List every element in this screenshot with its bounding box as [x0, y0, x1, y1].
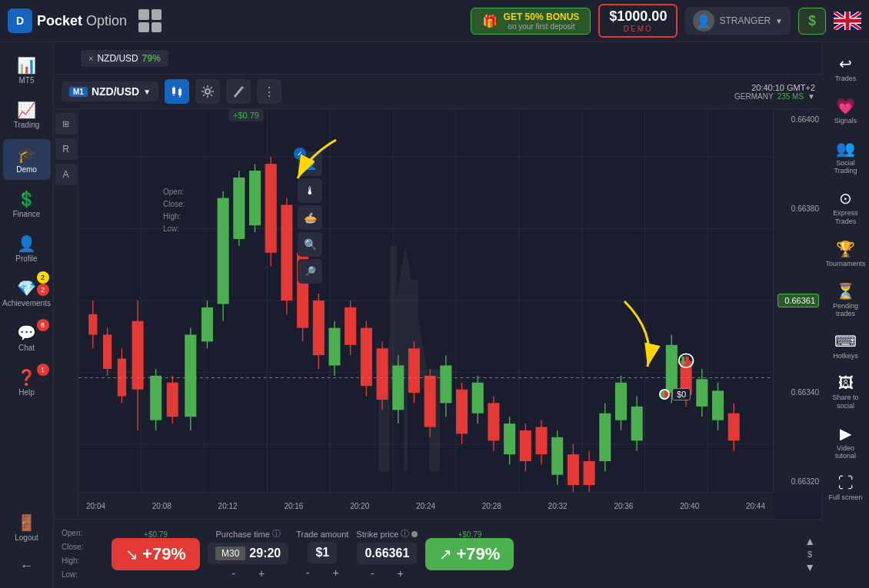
- tab-close-icon[interactable]: ×: [88, 54, 93, 63]
- time-plus-btn[interactable]: +: [255, 567, 268, 580]
- svg-rect-84: [504, 424, 515, 454]
- right-label-hotkeys: Hotkeys: [833, 352, 858, 360]
- right-item-social-trading[interactable]: 👥 Social Trading: [824, 133, 868, 182]
- svg-rect-1: [172, 88, 175, 94]
- right-label-pending-trades: Pending trades: [827, 302, 865, 319]
- buy-button[interactable]: +$0.79 ↗ +79%: [425, 538, 514, 570]
- sidebar-item-chat[interactable]: 💬 Chat 8: [3, 317, 51, 358]
- candle-chart-icon: [170, 85, 184, 98]
- strike-plus-btn[interactable]: +: [394, 567, 408, 580]
- help-icon: ❓: [17, 368, 36, 387]
- right-item-express-trades[interactable]: ⊙ Express Trades: [824, 183, 868, 232]
- chart-type-candle-btn[interactable]: [165, 79, 189, 104]
- time-4: 20:16: [284, 502, 303, 510]
- strike-controls: - +: [367, 567, 408, 580]
- svg-rect-88: [535, 427, 547, 455]
- strike-minus-btn[interactable]: -: [367, 567, 378, 580]
- strike-price-label: Strike price ⓘ: [356, 528, 418, 540]
- svg-rect-100: [631, 407, 643, 440]
- amount-plus-btn[interactable]: +: [329, 566, 343, 579]
- right-item-video-tutorial[interactable]: ▶ Video tutorial: [824, 418, 868, 467]
- logo-text: Pocket Option: [37, 13, 127, 29]
- server-time: 20:40:10 GMT+2: [734, 83, 815, 92]
- chat-icon: 💬: [17, 324, 36, 342]
- svg-rect-2: [174, 86, 175, 88]
- time-minus-btn[interactable]: -: [228, 567, 239, 580]
- sidebar-item-back[interactable]: ←: [3, 552, 51, 580]
- amount-minus-btn[interactable]: -: [302, 566, 314, 579]
- bonus-text: GET 50% BONUS on your first deposit: [504, 12, 580, 31]
- sidebar-item-help[interactable]: ❓ Help 1: [3, 362, 51, 403]
- sidebar-label-help: Help: [18, 388, 35, 397]
- video-tutorial-icon: ▶: [840, 424, 851, 443]
- high-label-bottom: High:: [62, 554, 104, 568]
- chart-down-icon[interactable]: ▼: [804, 561, 815, 573]
- sidebar-item-trading[interactable]: 📈 Trading: [3, 95, 51, 135]
- timeframe-selector[interactable]: M30: [215, 546, 245, 560]
- currency-button[interactable]: $: [798, 8, 826, 35]
- finance-icon: 💲: [17, 190, 36, 208]
- drawing-tool-btn[interactable]: [226, 79, 251, 104]
- float-btn-zoom-out[interactable]: 🔎: [298, 259, 322, 284]
- sidebar-label-mt5: MT5: [19, 76, 35, 85]
- right-item-pending-trades[interactable]: ⏳ Pending trades: [824, 276, 868, 325]
- right-item-fullscreen[interactable]: ⛶ Full screen: [824, 468, 868, 508]
- balance-button[interactable]: $1000.00 DEMO: [598, 4, 678, 38]
- svg-rect-102: [666, 345, 678, 393]
- expand-icon[interactable]: ⊞: [55, 113, 77, 135]
- user-button[interactable]: 👤 STRANGER ▼: [685, 7, 791, 35]
- sidebar-item-demo[interactable]: 🎓 Demo: [3, 139, 51, 180]
- server-info: 20:40:10 GMT+2 GERMANY 235 MS ▼: [734, 83, 815, 101]
- amount-controls: - +: [302, 566, 343, 579]
- sidebar-item-finance[interactable]: 💲 Finance: [3, 184, 51, 224]
- tab-nzdusd[interactable]: × NZD/USD 79%: [81, 50, 168, 67]
- sidebar-label-achievements: Achievements: [2, 299, 51, 307]
- float-btn-zoom-in[interactable]: 🔍: [298, 232, 322, 257]
- sidebar-item-logout[interactable]: 🚪 Logout: [3, 507, 51, 548]
- time-10: 20:40: [680, 502, 699, 510]
- svg-rect-106: [696, 379, 708, 407]
- right-label-video-tutorial: Video tutorial: [827, 444, 865, 461]
- pair-selector[interactable]: M1 NZD/USD ▼: [62, 81, 158, 101]
- svg-rect-62: [328, 328, 340, 366]
- r-label[interactable]: R: [55, 138, 77, 160]
- svg-rect-50: [233, 178, 245, 239]
- sell-button[interactable]: +$0.79 ↘ +79%: [112, 538, 200, 570]
- float-btn-profile[interactable]: 👤 ✓: [298, 151, 322, 176]
- language-flag[interactable]: [834, 12, 861, 30]
- chart-nav-controls: ▲ $ ▼: [804, 535, 815, 573]
- float-btn-pie[interactable]: 🥧: [298, 205, 322, 230]
- sidebar-label-trading: Trading: [14, 121, 40, 129]
- time-3: 20:12: [218, 502, 238, 510]
- chart-up-icon[interactable]: ▲: [804, 535, 815, 547]
- help-badge: 1: [37, 364, 49, 376]
- bonus-button[interactable]: 🎁 GET 50% BONUS on your first deposit: [471, 8, 591, 35]
- svg-rect-48: [218, 198, 229, 304]
- chart-settings-btn[interactable]: [195, 79, 220, 104]
- svg-rect-60: [313, 301, 325, 355]
- right-item-trades[interactable]: ↩ Trades: [824, 48, 868, 89]
- right-item-share-social[interactable]: 🖼 Share to social: [824, 368, 868, 417]
- pair-name: NZD/USD: [92, 85, 139, 98]
- right-label-social-trading: Social Trading: [827, 159, 865, 176]
- sidebar-item-mt5[interactable]: 📊 MT5: [3, 50, 51, 91]
- svg-rect-5: [180, 88, 181, 90]
- sidebar-item-profile[interactable]: 👤 Profile: [3, 228, 51, 269]
- a-label[interactable]: A: [55, 164, 77, 185]
- float-btn-thermometer[interactable]: 🌡: [298, 178, 322, 203]
- right-item-tournaments[interactable]: 🏆 Tournaments: [824, 234, 868, 274]
- avatar: 👤: [693, 10, 714, 32]
- buy-arrow-icon: ↗: [439, 545, 452, 563]
- sidebar-item-achievements[interactable]: 💎 Achievements 2 2: [3, 273, 51, 314]
- bonus-title: GET 50% BONUS: [504, 12, 580, 22]
- right-item-signals[interactable]: 💗 Signals: [824, 91, 868, 131]
- more-options-btn[interactable]: ⋮: [257, 79, 281, 104]
- trade-amount-value: $1: [315, 546, 329, 560]
- right-item-hotkeys[interactable]: ⌨ Hotkeys: [824, 326, 868, 367]
- latency-dropdown-icon[interactable]: ▼: [807, 92, 815, 101]
- svg-rect-27: [389, 246, 396, 348]
- trade-amount-label: Trade amount: [296, 530, 348, 539]
- time-9: 20:36: [614, 502, 633, 510]
- sidebar-label-chat: Chat: [18, 344, 35, 352]
- grid-menu-icon[interactable]: [138, 9, 161, 32]
